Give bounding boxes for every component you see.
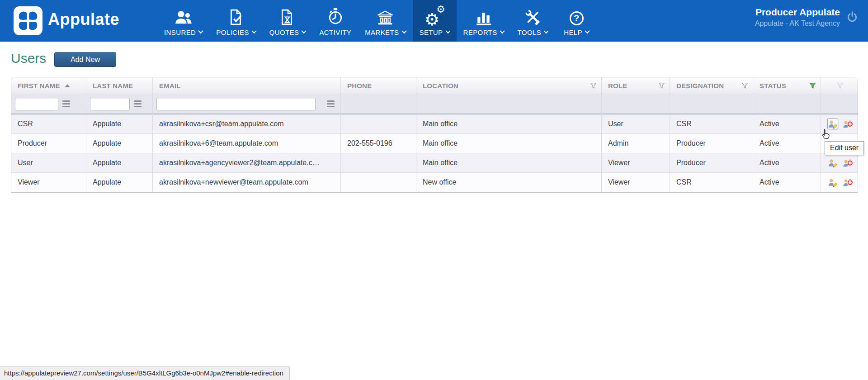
main-menu: INSURED POLICIES QUOTES <box>157 0 598 42</box>
filter-options-menu-icon[interactable] <box>62 99 73 109</box>
cell-email: akrasilnikova+newviewer@team.appulate.co… <box>153 173 341 192</box>
cell-email: akrasilnikova+6@team.appulate.com <box>153 134 341 153</box>
chevron-down-icon <box>543 28 548 33</box>
help-question-icon: ? <box>570 7 584 25</box>
nav-item-activity[interactable]: ACTIVITY <box>312 0 358 42</box>
filter-funnel-icon[interactable] <box>590 82 597 89</box>
table-header-row: FIRST NAME LAST NAME EMAIL PHONE LOCATIO… <box>11 77 858 94</box>
account-menu[interactable]: Producer Appulate Appulate - AK Test Age… <box>755 7 840 28</box>
quotes-document-hourglass-icon <box>279 7 296 25</box>
nav-item-help[interactable]: ? HELP <box>555 0 598 42</box>
column-label: FIRST NAME <box>18 82 60 90</box>
cell-designation: CSR <box>670 114 753 134</box>
insured-people-icon <box>175 7 193 25</box>
policies-document-check-icon <box>228 7 244 25</box>
activity-stopwatch-icon <box>327 7 344 25</box>
cell-role: Viewer <box>602 153 670 173</box>
nav-item-markets[interactable]: MARKETS <box>358 0 412 42</box>
user-row-csr[interactable]: CSR Appulate akrasilnikova+csr@team.appu… <box>11 114 858 134</box>
top-navbar: Appulate INSURED POLICIES <box>0 0 868 42</box>
nav-label: REPORTS <box>463 28 497 36</box>
nav-item-policies[interactable]: POLICIES <box>209 0 262 42</box>
nav-label: POLICIES <box>216 28 249 36</box>
chevron-down-icon <box>401 28 406 33</box>
user-row-producer[interactable]: Producer Appulate akrasilnikova+6@team.a… <box>11 134 858 153</box>
filter-funnel-icon[interactable] <box>741 82 748 89</box>
deactivate-user-icon[interactable] <box>842 157 853 168</box>
cell-phone <box>341 153 416 173</box>
column-header-last-name[interactable]: LAST NAME <box>86 77 153 94</box>
cell-designation: Producer <box>670 153 753 173</box>
nav-label: HELP <box>564 28 582 36</box>
nav-item-insured[interactable]: INSURED <box>157 0 209 42</box>
deactivate-user-icon[interactable] <box>842 177 853 188</box>
filter-funnel-icon[interactable] <box>658 82 665 89</box>
cell-first-name: Viewer <box>11 173 86 192</box>
chevron-down-icon <box>198 28 203 33</box>
column-header-status[interactable]: STATUS <box>753 77 821 94</box>
sort-asc-icon <box>65 84 70 87</box>
reports-bar-chart-icon <box>476 7 491 25</box>
status-bar-url: https://appulatepreview27.com/settings/u… <box>0 366 290 380</box>
users-table: FIRST NAME LAST NAME EMAIL PHONE LOCATIO… <box>11 77 858 193</box>
cell-status: Active <box>753 173 821 192</box>
cell-status: Active <box>753 114 821 134</box>
column-header-designation[interactable]: DESIGNATION <box>670 77 753 94</box>
brand-title: Appulate <box>48 10 119 29</box>
cell-designation: Producer <box>670 134 753 153</box>
column-header-email[interactable]: EMAIL <box>153 77 341 94</box>
tools-wrench-icon <box>525 7 540 25</box>
filter-row <box>11 94 858 114</box>
nav-item-reports[interactable]: REPORTS <box>457 0 511 42</box>
edit-user-icon[interactable] <box>827 119 838 129</box>
cell-email: akrasilnikova+agencyviewer2@team.appulat… <box>153 153 341 173</box>
filter-options-menu-icon[interactable] <box>327 99 338 109</box>
cell-last-name: Appulate <box>86 114 153 134</box>
column-label: DESIGNATION <box>676 82 724 90</box>
filter-funnel-disabled-icon[interactable] <box>837 82 844 89</box>
nav-item-tools[interactable]: TOOLS <box>511 0 555 42</box>
nav-item-setup[interactable]: ⚙⚙ SETUP <box>413 0 457 42</box>
filter-options-menu-icon[interactable] <box>134 99 145 109</box>
user-row-viewer[interactable]: Viewer Appulate akrasilnikova+newviewer@… <box>11 173 858 192</box>
last-name-filter-input[interactable] <box>90 98 130 110</box>
cell-first-name: User <box>11 153 86 173</box>
cell-location: Main office <box>416 114 602 134</box>
add-new-button[interactable]: Add New <box>54 52 116 67</box>
column-label: LAST NAME <box>93 82 133 90</box>
edit-user-icon[interactable] <box>827 177 838 188</box>
deactivate-user-icon[interactable] <box>842 119 853 129</box>
column-label: LOCATION <box>423 82 458 90</box>
edit-user-icon[interactable] <box>827 157 838 168</box>
column-label: EMAIL <box>159 82 181 90</box>
first-name-filter-input[interactable] <box>15 98 58 110</box>
cell-location: Main office <box>416 153 602 173</box>
filter-funnel-active-icon[interactable] <box>809 82 816 89</box>
chevron-down-icon <box>302 28 307 33</box>
column-header-phone[interactable]: PHONE <box>341 77 416 94</box>
cell-phone <box>341 173 416 192</box>
nav-label: INSURED <box>164 28 196 36</box>
nav-item-quotes[interactable]: QUOTES <box>263 0 313 42</box>
email-filter-input[interactable] <box>156 98 316 110</box>
cell-last-name: Appulate <box>86 153 153 173</box>
cell-role: Viewer <box>602 173 670 192</box>
cell-status: Active <box>753 134 821 153</box>
chevron-down-icon <box>445 28 450 33</box>
column-header-role[interactable]: ROLE <box>602 77 670 94</box>
user-row-user[interactable]: User Appulate akrasilnikova+agencyviewer… <box>11 153 858 173</box>
logout-power-icon[interactable] <box>846 11 858 23</box>
column-header-first-name[interactable]: FIRST NAME <box>11 77 86 94</box>
column-header-location[interactable]: LOCATION <box>416 77 602 94</box>
cell-phone: 202-555-0196 <box>341 134 416 153</box>
nav-label: ACTIVITY <box>319 28 351 36</box>
column-label: PHONE <box>347 82 372 90</box>
cell-phone <box>341 114 416 134</box>
nav-label: QUOTES <box>269 28 299 36</box>
cell-location: Main office <box>416 134 602 153</box>
cell-designation: CSR <box>670 173 753 192</box>
page-title: Users <box>11 51 46 66</box>
edit-user-tooltip: Edit user <box>825 141 864 155</box>
appulate-logo-icon[interactable] <box>14 6 42 35</box>
markets-bank-icon <box>376 7 394 25</box>
